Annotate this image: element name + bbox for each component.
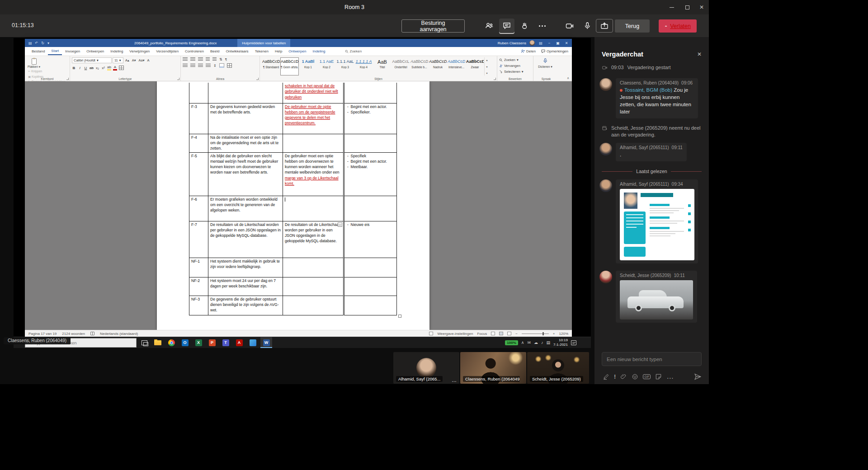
- cell-marker-icon[interactable]: [338, 222, 342, 227]
- save-icon[interactable]: ▤: [28, 41, 32, 45]
- avatar[interactable]: [599, 143, 612, 155]
- decrease-indent-icon[interactable]: [206, 57, 210, 61]
- underline-button[interactable]: U: [84, 66, 88, 70]
- acrobat-button[interactable]: A: [233, 337, 245, 348]
- style-subtiele[interactable]: AaBbCcDtSubtiele b...: [410, 57, 429, 75]
- tray-volume-icon[interactable]: ♪: [541, 340, 543, 345]
- ribbon-options-icon[interactable]: ▤: [538, 41, 543, 45]
- page-indicator[interactable]: Pagina 17 van 19: [28, 332, 57, 336]
- bullet-list-icon[interactable]: [183, 57, 188, 61]
- line-spacing-icon[interactable]: ⇕: [213, 64, 217, 68]
- document-canvas[interactable]: schakelen in het geval dat de gebruiker …: [25, 81, 572, 330]
- style-intensieve[interactable]: AaBbCcDtIntensieve...: [447, 57, 466, 75]
- style-kop3[interactable]: 1.1.1 AaLKop 3: [336, 57, 354, 75]
- zoom-slider-thumb[interactable]: [542, 332, 544, 335]
- bold-button[interactable]: B: [72, 66, 76, 70]
- leave-button[interactable]: Verlaten: [659, 19, 697, 33]
- style-nadruk[interactable]: AaBbCcDtNadruk: [429, 57, 447, 75]
- justify-icon[interactable]: [206, 64, 211, 68]
- share-screen-button[interactable]: [596, 19, 613, 33]
- format-button[interactable]: [603, 373, 609, 380]
- style-titel[interactable]: AaBTitel: [373, 57, 392, 75]
- print-layout-icon[interactable]: [499, 332, 503, 335]
- excel-button[interactable]: X: [193, 337, 204, 348]
- zoom-in-icon[interactable]: +: [553, 332, 555, 336]
- avatar[interactable]: [599, 78, 612, 91]
- proofing-icon[interactable]: [90, 332, 94, 335]
- style-geen-afstand[interactable]: AaBbCcDt¶ Geen afsta...: [280, 57, 299, 75]
- avatar[interactable]: [599, 271, 612, 283]
- word-close-icon[interactable]: ✕: [564, 41, 569, 45]
- tab-verwijzingen[interactable]: Verwijzingen: [126, 48, 153, 55]
- focus-label[interactable]: Focus: [477, 332, 487, 336]
- video-tile-scheidt[interactable]: Scheidt, Jesse (2065209): [527, 352, 589, 384]
- paragraph-dialog-launcher-icon[interactable]: [256, 78, 259, 80]
- file-explorer-button[interactable]: [152, 337, 164, 348]
- word-taskbar-button[interactable]: W: [260, 337, 272, 348]
- maximize-button[interactable]: [680, 0, 694, 14]
- align-right-icon[interactable]: [198, 64, 203, 68]
- style-kop1[interactable]: 1 AaBlKop 1: [299, 57, 317, 75]
- select-button[interactable]: Selecteren▾: [499, 69, 531, 75]
- italic-button[interactable]: I: [78, 66, 82, 70]
- style-standaard[interactable]: AaBbCcDt¶ Standaard: [262, 57, 280, 75]
- tab-beeld[interactable]: Beeld: [207, 48, 222, 55]
- styles-scroll-down-icon[interactable]: ▾: [486, 65, 487, 68]
- styles-scroll-up-icon[interactable]: ▴: [486, 58, 487, 61]
- styles-dialog-launcher-icon[interactable]: [494, 78, 496, 80]
- font-dialog-launcher-icon[interactable]: [177, 78, 179, 80]
- tab-help[interactable]: Help: [272, 48, 285, 55]
- minimize-button[interactable]: [665, 0, 679, 14]
- cv-image-attachment[interactable]: [620, 189, 694, 260]
- pilcrow-icon[interactable]: ¶: [225, 57, 227, 61]
- tab-indeling[interactable]: Indeling: [107, 48, 126, 55]
- photos-button[interactable]: [247, 337, 259, 348]
- comments-button[interactable]: Opmerkingen: [541, 49, 568, 53]
- zoom-slider[interactable]: [522, 334, 549, 334]
- shrink-font-button[interactable]: A▾: [131, 58, 137, 62]
- teams-button[interactable]: T: [220, 337, 231, 348]
- redo-icon[interactable]: ↻: [41, 41, 44, 45]
- taskbar-clock[interactable]: 10:19 7-1-2021: [553, 338, 568, 347]
- table-tools-header[interactable]: Hulpmiddelen voor tabellen: [237, 39, 290, 47]
- change-case-button[interactable]: Aa▾: [138, 58, 146, 62]
- align-center-icon[interactable]: [190, 64, 195, 68]
- font-color-button[interactable]: A: [113, 65, 117, 70]
- collapse-ribbon-icon[interactable]: ∧: [567, 76, 569, 80]
- sticker-button[interactable]: [655, 373, 662, 380]
- undo-icon[interactable]: ↶: [35, 41, 38, 45]
- style-kop4[interactable]: 1.1.1.1 AKop 4: [354, 57, 373, 75]
- tray-mail-icon[interactable]: ✉: [527, 340, 531, 345]
- tray-onedrive-icon[interactable]: ☁: [534, 340, 538, 345]
- more-actions-button[interactable]: [534, 19, 550, 33]
- tile-more-icon[interactable]: …: [452, 377, 457, 383]
- tab-bestand[interactable]: Bestand: [28, 48, 48, 55]
- zoom-level[interactable]: 120%: [559, 332, 568, 336]
- document-page[interactable]: schakelen in het geval dat de gebruiker …: [157, 81, 429, 330]
- replace-button[interactable]: Vervangen: [499, 63, 531, 69]
- frozen-car-image-attachment[interactable]: [620, 280, 693, 320]
- word-count[interactable]: 2124 woorden: [62, 332, 85, 336]
- mention[interactable]: Tossaint, BGM (Bob): [624, 87, 672, 93]
- cut-button[interactable]: ✂ Knippen: [28, 69, 66, 74]
- tray-expand-icon[interactable]: ∧: [521, 340, 524, 345]
- clear-formatting-button[interactable]: A: [146, 58, 151, 62]
- powerpoint-button[interactable]: P: [206, 337, 218, 348]
- outlook-button[interactable]: O: [179, 337, 191, 348]
- tab-table-indeling[interactable]: Indeling: [309, 48, 328, 55]
- superscript-button[interactable]: x²: [101, 66, 105, 70]
- new-message-input[interactable]: [607, 357, 697, 362]
- web-layout-icon[interactable]: [507, 332, 511, 335]
- microphone-button[interactable]: [580, 19, 595, 33]
- video-tile-claessens[interactable]: Claessens, Ruben (2064049): [460, 352, 526, 384]
- read-mode-icon[interactable]: [491, 332, 495, 335]
- video-tile-alhamid[interactable]: Alhamid, Sayf (2065... …: [393, 352, 459, 384]
- strikethrough-button[interactable]: ab: [90, 66, 94, 70]
- zoom-out-icon[interactable]: −: [515, 332, 518, 336]
- tab-ontwikkelaars[interactable]: Ontwikkelaars: [222, 48, 251, 55]
- chrome-button[interactable]: [165, 337, 177, 348]
- text-effects-icon[interactable]: [119, 66, 124, 70]
- attach-button[interactable]: [620, 373, 627, 380]
- numbered-list-icon[interactable]: [190, 57, 195, 61]
- find-button[interactable]: Zoeken▾: [499, 57, 531, 63]
